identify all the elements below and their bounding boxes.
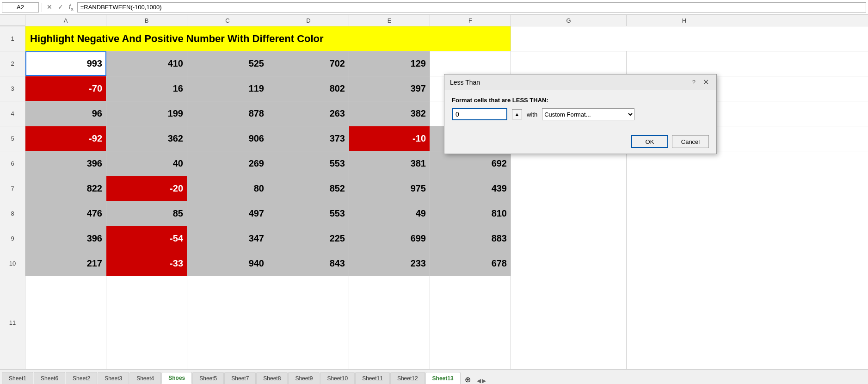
cell-c9[interactable]: 347 [187,226,268,251]
cell-g6[interactable] [511,151,627,176]
cell-b9[interactable]: -54 [106,226,187,251]
cell-b8[interactable]: 85 [106,201,187,226]
cell-h1[interactable] [627,26,742,51]
cell-c4[interactable]: 878 [187,101,268,126]
cancel-formula-icon[interactable]: ✕ [45,2,54,12]
cell-c10[interactable]: 940 [187,251,268,276]
cell-b6[interactable]: 40 [106,151,187,176]
cell-c8[interactable]: 497 [187,201,268,226]
cell-b7[interactable]: -20 [106,176,187,201]
tab-sheet3[interactable]: Sheet3 [98,372,129,384]
cell-a6[interactable]: 396 [25,151,106,176]
cell-a11[interactable] [25,276,106,369]
cell-h8[interactable] [627,201,742,226]
cell-g8[interactable] [511,201,627,226]
tab-sheet2[interactable]: Sheet2 [66,372,97,384]
cell-h6[interactable] [627,151,742,176]
name-box[interactable]: A2 [2,2,39,12]
cell-e3[interactable]: 397 [349,76,430,101]
cell-g1[interactable] [511,26,627,51]
formula-input[interactable]: =RANDBETWEEN(-100,1000) [77,2,866,12]
dialog-value-input[interactable] [452,108,507,120]
cell-f11[interactable] [430,276,511,369]
cell-h7[interactable] [627,176,742,201]
cell-d6[interactable]: 553 [268,151,349,176]
cell-h10[interactable] [627,251,742,276]
cell-a8[interactable]: 476 [25,201,106,226]
tab-add-button[interactable]: ⊕ [461,375,474,384]
tab-sheet9[interactable]: Sheet9 [288,372,320,384]
scroll-left-icon[interactable]: ◀ [477,378,481,384]
cell-e8[interactable]: 49 [349,201,430,226]
cell-f7[interactable]: 439 [430,176,511,201]
cell-e6[interactable]: 381 [349,151,430,176]
cell-e4[interactable]: 382 [349,101,430,126]
cell-h2[interactable] [627,51,742,76]
cell-g9[interactable] [511,226,627,251]
cell-h9[interactable] [627,226,742,251]
cell-g11[interactable] [511,276,627,369]
tab-sheet13[interactable]: Sheet13 [425,372,461,384]
cell-a3[interactable]: -70 [25,76,106,101]
cell-f2[interactable] [430,51,511,76]
dialog-cancel-button[interactable]: Cancel [672,135,709,148]
dialog-close-button[interactable]: ✕ [701,78,711,87]
cell-a7[interactable]: 822 [25,176,106,201]
cell-c6[interactable]: 269 [187,151,268,176]
cell-g10[interactable] [511,251,627,276]
cell-f9[interactable]: 883 [430,226,511,251]
cell-d3[interactable]: 802 [268,76,349,101]
function-icon[interactable]: fx [67,2,75,12]
tab-sheet1[interactable]: Sheet1 [2,372,33,384]
cell-b11[interactable] [106,276,187,369]
tab-sheet6[interactable]: Sheet6 [34,372,65,384]
dialog-ok-button[interactable]: OK [631,135,668,148]
cell-b5[interactable]: 362 [106,126,187,151]
tab-sheet7[interactable]: Sheet7 [224,372,256,384]
dialog-format-select[interactable]: Custom Format... [542,108,634,120]
dialog-help-button[interactable]: ? [690,79,697,86]
cell-a4[interactable]: 96 [25,101,106,126]
cell-h11[interactable] [627,276,742,369]
cell-a10[interactable]: 217 [25,251,106,276]
dialog-arrow-button[interactable]: ▲ [512,109,522,119]
confirm-formula-icon[interactable]: ✓ [56,2,65,12]
cell-a9[interactable]: 396 [25,226,106,251]
cell-c7[interactable]: 80 [187,176,268,201]
cell-e11[interactable] [349,276,430,369]
cell-f6[interactable]: 692 [430,151,511,176]
cell-b10[interactable]: -33 [106,251,187,276]
cell-d11[interactable] [268,276,349,369]
cell-e10[interactable]: 233 [349,251,430,276]
cell-d10[interactable]: 843 [268,251,349,276]
tab-sheet8[interactable]: Sheet8 [256,372,288,384]
cell-d2[interactable]: 702 [268,51,349,76]
tab-shoes[interactable]: Shoes [161,372,192,384]
cell-a2[interactable]: 993 [25,51,106,76]
tab-sheet5[interactable]: Sheet5 [192,372,224,384]
cell-d9[interactable]: 225 [268,226,349,251]
cell-c11[interactable] [187,276,268,369]
cell-b3[interactable]: 16 [106,76,187,101]
cell-g2[interactable] [511,51,627,76]
cell-c2[interactable]: 525 [187,51,268,76]
tab-sheet4[interactable]: Sheet4 [129,372,161,384]
tab-sheet10[interactable]: Sheet10 [320,372,355,384]
cell-c3[interactable]: 119 [187,76,268,101]
cell-a5[interactable]: -92 [25,126,106,151]
tab-sheet12[interactable]: Sheet12 [390,372,425,384]
cell-g7[interactable] [511,176,627,201]
cell-e2[interactable]: 129 [349,51,430,76]
cell-e9[interactable]: 699 [349,226,430,251]
cell-e5[interactable]: -10 [349,126,430,151]
cell-b2[interactable]: 410 [106,51,187,76]
cell-d4[interactable]: 263 [268,101,349,126]
scroll-right-icon[interactable]: ▶ [482,378,486,384]
cell-d5[interactable]: 373 [268,126,349,151]
cell-d7[interactable]: 852 [268,176,349,201]
cell-f10[interactable]: 678 [430,251,511,276]
cell-d8[interactable]: 553 [268,201,349,226]
cell-f8[interactable]: 810 [430,201,511,226]
cell-c5[interactable]: 906 [187,126,268,151]
cell-e7[interactable]: 975 [349,176,430,201]
